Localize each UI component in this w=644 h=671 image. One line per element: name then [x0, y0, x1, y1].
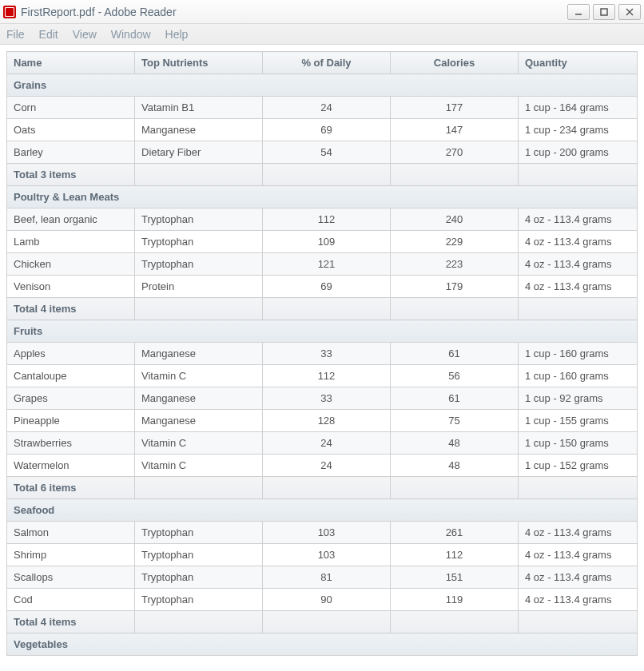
cell-calories: 270 — [391, 141, 519, 164]
cell-daily: 103 — [263, 544, 391, 566]
cell-nutrient: Tryptophan — [135, 566, 263, 589]
col-nutrients: Top Nutrients — [135, 52, 263, 74]
cell-quantity: 1 cup - 155 grams — [519, 410, 638, 432]
cell-quantity: 1 cup - 160 grams — [519, 343, 638, 365]
menu-file[interactable]: File — [6, 28, 25, 41]
group-total-label: Total 6 items — [7, 477, 135, 499]
table-row: VenisonProtein691794 oz - 113.4 grams — [7, 276, 638, 298]
empty-cell — [263, 298, 391, 320]
svg-rect-4 — [601, 9, 607, 15]
cell-calories: 61 — [391, 343, 519, 365]
cell-name: Barley — [7, 141, 135, 164]
cell-nutrient: Vitamin C — [135, 455, 263, 477]
cell-name: Pineapple — [7, 410, 135, 432]
menu-window[interactable]: Window — [111, 28, 151, 41]
cell-calories: 75 — [391, 410, 519, 432]
empty-cell — [519, 611, 638, 633]
cell-nutrient: Tryptophan — [135, 544, 263, 566]
maximize-button[interactable] — [593, 4, 615, 20]
cell-calories: 119 — [391, 589, 519, 611]
table-row: SalmonTryptophan1032614 oz - 113.4 grams — [7, 522, 638, 544]
group-header: Poultry & Lean Meats — [7, 186, 638, 208]
cell-nutrient: Tryptophan — [135, 253, 263, 276]
cell-quantity: 4 oz - 113.4 grams — [519, 276, 638, 298]
cell-daily: 24 — [263, 432, 391, 455]
document-content: Name Top Nutrients % of Daily Calories Q… — [0, 45, 644, 662]
empty-cell — [135, 477, 263, 499]
group-total-label: Total 4 items — [7, 298, 135, 320]
cell-daily: 24 — [263, 455, 391, 477]
cell-calories: 48 — [391, 455, 519, 477]
svg-rect-2 — [6, 8, 14, 16]
group-header: Seafood — [7, 499, 638, 522]
close-button[interactable] — [618, 4, 641, 20]
menu-view[interactable]: View — [73, 28, 97, 41]
cell-name: Venison — [7, 276, 135, 298]
cell-daily: 69 — [263, 276, 391, 298]
menu-edit[interactable]: Edit — [39, 28, 58, 41]
empty-cell — [519, 298, 638, 320]
table-row: CodTryptophan901194 oz - 113.4 grams — [7, 589, 638, 611]
menubar: File Edit View Window Help — [0, 24, 644, 45]
table-row: Beef, lean organicTryptophan1122404 oz -… — [7, 208, 638, 231]
group-total: Total 6 items — [7, 477, 638, 499]
cell-calories: 240 — [391, 208, 519, 231]
cell-calories: 56 — [391, 365, 519, 387]
table-row: GrapesManganese33611 cup - 92 grams — [7, 387, 638, 410]
cell-name: Salmon — [7, 522, 135, 544]
table-row: ChickenTryptophan1212234 oz - 113.4 gram… — [7, 253, 638, 276]
cell-quantity: 4 oz - 113.4 grams — [519, 566, 638, 589]
empty-cell — [519, 164, 638, 186]
group-total: Total 3 items — [7, 164, 638, 186]
cell-nutrient: Manganese — [135, 387, 263, 410]
cell-name: Oats — [7, 119, 135, 141]
window-controls — [567, 4, 641, 20]
table-row: BarleyDietary Fiber542701 cup - 200 gram… — [7, 141, 638, 164]
cell-nutrient: Dietary Fiber — [135, 141, 263, 164]
cell-nutrient: Vatamin B1 — [135, 97, 263, 119]
cell-nutrient: Tryptophan — [135, 522, 263, 544]
cell-quantity: 4 oz - 113.4 grams — [519, 231, 638, 253]
cell-name: Scallops — [7, 566, 135, 589]
cell-calories: 229 — [391, 231, 519, 253]
cell-calories: 179 — [391, 276, 519, 298]
cell-nutrient: Tryptophan — [135, 231, 263, 253]
window-title: FirstReport.pdf - Adobe Reader — [21, 6, 177, 18]
col-name: Name — [7, 52, 135, 74]
cell-name: Chicken — [7, 253, 135, 276]
cell-calories: 61 — [391, 387, 519, 410]
col-daily: % of Daily — [263, 52, 391, 74]
table-row: CornVatamin B1241771 cup - 164 grams — [7, 97, 638, 119]
cell-nutrient: Tryptophan — [135, 208, 263, 231]
empty-cell — [135, 298, 263, 320]
group-header: Vegetables — [7, 633, 638, 656]
cell-daily: 54 — [263, 141, 391, 164]
cell-daily: 128 — [263, 410, 391, 432]
cell-name: Cod — [7, 589, 135, 611]
cell-calories: 112 — [391, 544, 519, 566]
group-total: Total 4 items — [7, 611, 638, 633]
group-header: Fruits — [7, 320, 638, 343]
table-row: ShrimpTryptophan1031124 oz - 113.4 grams — [7, 544, 638, 566]
minimize-button[interactable] — [567, 4, 590, 20]
cell-name: Lamb — [7, 231, 135, 253]
cell-name: Grapes — [7, 387, 135, 410]
cell-calories: 151 — [391, 566, 519, 589]
report-table: Name Top Nutrients % of Daily Calories Q… — [6, 51, 638, 656]
cell-quantity: 1 cup - 200 grams — [519, 141, 638, 164]
cell-name: Shrimp — [7, 544, 135, 566]
cell-quantity: 4 oz - 113.4 grams — [519, 253, 638, 276]
adobe-reader-icon — [3, 6, 16, 18]
group-title: Fruits — [7, 320, 638, 343]
cell-quantity: 1 cup - 164 grams — [519, 97, 638, 119]
table-row: ApplesManganese33611 cup - 160 grams — [7, 343, 638, 365]
table-row: PineappleManganese128751 cup - 155 grams — [7, 410, 638, 432]
empty-cell — [263, 477, 391, 499]
table-row: CantaloupeVitamin C112561 cup - 160 gram… — [7, 365, 638, 387]
cell-quantity: 1 cup - 92 grams — [519, 387, 638, 410]
cell-nutrient: Manganese — [135, 410, 263, 432]
cell-name: Watermelon — [7, 455, 135, 477]
menu-help[interactable]: Help — [165, 28, 189, 41]
cell-calories: 177 — [391, 97, 519, 119]
empty-cell — [135, 164, 263, 186]
